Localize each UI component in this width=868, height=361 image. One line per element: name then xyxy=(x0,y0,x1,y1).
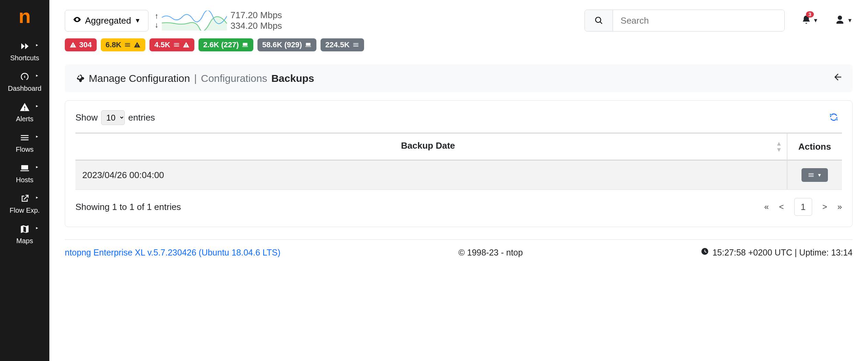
caret-right-icon: ▸ xyxy=(36,195,38,200)
pager-last[interactable]: » xyxy=(837,202,842,212)
caret-down-icon: ▼ xyxy=(817,172,822,178)
up-down-icon: ↑↓ xyxy=(155,12,158,29)
pager-prev[interactable]: < xyxy=(779,202,784,212)
bars-icon xyxy=(352,41,359,48)
alert-icon xyxy=(134,41,141,48)
alert-icon xyxy=(20,102,30,112)
caret-down-icon: ▼ xyxy=(813,17,818,24)
nav-dashboard[interactable]: Dashboard▸ xyxy=(8,67,41,97)
clock-icon xyxy=(701,247,709,258)
col-backup-date[interactable]: Backup Date ▲▼ xyxy=(75,133,787,160)
separator: | xyxy=(194,73,197,84)
caret-right-icon: ▸ xyxy=(36,42,38,47)
forward-icon xyxy=(20,41,30,51)
status-badge[interactable]: 2.6K (227) xyxy=(198,38,253,51)
breadcrumb-active: Backups xyxy=(271,73,314,84)
col-actions: Actions xyxy=(787,133,842,160)
search-box xyxy=(584,10,785,32)
gauge-icon xyxy=(20,72,30,82)
badge-text: 4.5K xyxy=(154,40,170,49)
notifications-button[interactable]: 3 ▼ xyxy=(801,15,818,26)
laptop-icon xyxy=(305,41,312,48)
status-badge[interactable]: 6.8K xyxy=(101,38,145,51)
breadcrumb-link[interactable]: Configurations xyxy=(201,73,267,84)
badge-text: 224.5K xyxy=(325,40,350,49)
status-badge[interactable]: 58.6K (929) xyxy=(257,38,316,51)
caret-down-icon: ▼ xyxy=(847,17,853,24)
breadcrumb-title: Manage Configuration xyxy=(89,73,190,84)
status-badge[interactable]: 4.5K xyxy=(149,38,194,51)
entries-select[interactable]: 10 xyxy=(101,110,125,125)
logo[interactable]: n xyxy=(19,6,31,26)
map-icon xyxy=(20,224,30,234)
search-button[interactable] xyxy=(585,10,613,31)
nav-flow-exp-[interactable]: Flow Exp.▸ xyxy=(8,189,41,219)
sidebar: n Shortcuts▸Dashboard▸Alerts▸Flows▸Hosts… xyxy=(0,0,49,361)
traffic-sparkline xyxy=(162,11,227,30)
badge-text: 2.6K (227) xyxy=(203,40,239,49)
refresh-button[interactable] xyxy=(828,112,839,124)
show-label: Show xyxy=(75,112,98,123)
nav-label: Flows xyxy=(16,146,34,153)
entries-label: entries xyxy=(128,112,155,123)
laptop-icon xyxy=(20,163,30,173)
row-actions-button[interactable]: ▼ xyxy=(801,168,828,182)
pager-next[interactable]: > xyxy=(822,202,827,212)
caret-right-icon: ▸ xyxy=(36,164,38,169)
nav-label: Flow Exp. xyxy=(10,207,40,214)
traffic-down: 334.20 Mbps xyxy=(230,21,282,31)
nav-shortcuts[interactable]: Shortcuts▸ xyxy=(8,36,41,67)
main-content: Aggregated ▼ ↑↓ 717.20 Mbps 334.20 Mbps xyxy=(49,0,868,361)
laptop-icon xyxy=(242,41,249,48)
nav-maps[interactable]: Maps▸ xyxy=(8,219,41,250)
search-input[interactable] xyxy=(613,10,784,31)
showing-text: Showing 1 to 1 of 1 entries xyxy=(75,202,181,212)
eye-icon xyxy=(73,15,82,26)
caret-right-icon: ▸ xyxy=(36,225,38,230)
backups-table: Backup Date ▲▼ Actions 2023/04/26 00:04:… xyxy=(75,133,842,190)
traffic-widget[interactable]: ↑↓ 717.20 Mbps 334.20 Mbps xyxy=(155,10,282,31)
back-button[interactable] xyxy=(833,72,843,85)
sort-icon: ▲▼ xyxy=(776,140,782,153)
copyright: © 1998-23 - ntop xyxy=(280,248,701,258)
bars-icon xyxy=(20,133,30,143)
caret-right-icon: ▸ xyxy=(36,73,38,78)
time-display: 15:27:58 +0200 UTC | Uptime: 13:14 xyxy=(701,247,853,258)
time-text: 15:27:58 +0200 UTC | Uptime: 13:14 xyxy=(712,248,853,258)
badge-text: 58.6K (929) xyxy=(262,40,302,49)
aggregated-dropdown[interactable]: Aggregated ▼ xyxy=(65,10,148,32)
status-badges-row: 3046.8K4.5K2.6K (227)58.6K (929)224.5K xyxy=(49,38,868,55)
product-link[interactable]: ntopng Enterprise XL v.5.7.230426 (Ubunt… xyxy=(65,248,280,258)
user-menu[interactable]: ▼ xyxy=(835,15,853,26)
traffic-speeds: 717.20 Mbps 334.20 Mbps xyxy=(230,10,282,31)
cell-backup-date: 2023/04/26 00:04:00 xyxy=(75,160,787,190)
backups-panel: Show 10 entries Backup Date ▲▼ Actions 2… xyxy=(65,100,853,227)
caret-right-icon: ▸ xyxy=(36,103,38,108)
aggregated-label: Aggregated xyxy=(85,15,131,26)
badge-text: 304 xyxy=(79,40,92,49)
bars-icon xyxy=(124,41,131,48)
badge-text: 6.8K xyxy=(106,40,121,49)
nav-label: Maps xyxy=(16,237,33,245)
search-icon xyxy=(594,16,603,25)
nav-hosts[interactable]: Hosts▸ xyxy=(8,158,41,189)
pager-current[interactable]: 1 xyxy=(794,198,812,216)
nav-label: Alerts xyxy=(16,115,33,123)
status-badge[interactable]: 304 xyxy=(65,38,97,51)
traffic-up: 717.20 Mbps xyxy=(230,10,282,21)
pager: « < 1 > » xyxy=(764,198,842,216)
alert-icon xyxy=(183,41,190,48)
caret-right-icon: ▸ xyxy=(36,134,38,139)
bars-icon xyxy=(808,172,815,178)
status-badge[interactable]: 224.5K xyxy=(321,38,364,51)
breadcrumb-bar: Manage Configuration | Configurations Ba… xyxy=(65,64,853,92)
caret-down-icon: ▼ xyxy=(134,17,141,24)
notification-badge: 3 xyxy=(806,11,813,17)
nav-flows[interactable]: Flows▸ xyxy=(8,128,41,158)
pager-first[interactable]: « xyxy=(764,202,769,212)
nav-alerts[interactable]: Alerts▸ xyxy=(8,97,41,128)
nav-label: Hosts xyxy=(16,176,33,184)
nav-label: Shortcuts xyxy=(10,54,39,62)
user-icon xyxy=(835,15,845,26)
bars-icon xyxy=(173,41,180,48)
